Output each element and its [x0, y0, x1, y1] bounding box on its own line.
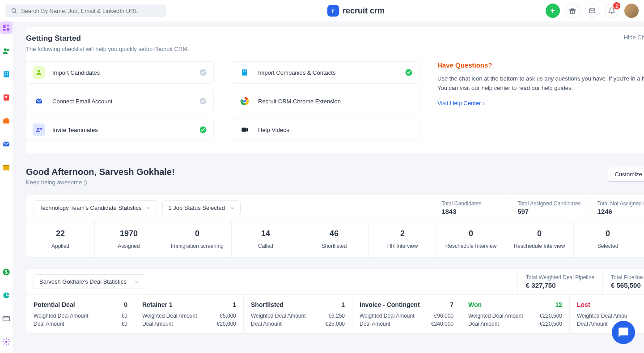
sidebar-reports[interactable]	[0, 289, 13, 302]
gs-item[interactable]: Connect Email Account	[26, 90, 214, 112]
customize-dashboard-button[interactable]: Customize Dashboard	[608, 167, 644, 182]
gs-item-label: Invite Teammates	[52, 127, 192, 133]
svg-rect-7	[7, 25, 9, 26]
svg-rect-40	[246, 71, 246, 72]
topbar-right: + 2	[546, 4, 639, 18]
stage-cell[interactable]: 22Applied	[26, 221, 95, 257]
sidebar: $	[0, 21, 13, 353]
search-input[interactable]	[21, 8, 161, 14]
check-icon	[199, 68, 207, 77]
people-icon	[2, 47, 10, 55]
total-cell: Total Weighted Deal Pipeline€ 327,750	[517, 270, 602, 293]
sidebar-dashboard[interactable]	[0, 21, 13, 34]
svg-rect-45	[242, 128, 246, 132]
gs-subtitle: The following checklist will help you qu…	[26, 46, 189, 52]
total-cell: Total Candidates1843	[433, 196, 509, 220]
calendar-icon	[2, 163, 10, 171]
gs-item[interactable]: Import Companies & Contacts	[232, 61, 419, 84]
svg-rect-8	[7, 28, 9, 31]
logo: r recruit crm	[172, 5, 540, 17]
svg-point-44	[243, 99, 246, 102]
team-selector[interactable]: Technology Team's Candidate Statistics	[34, 200, 157, 215]
sidebar-companies[interactable]	[0, 68, 13, 81]
sidebar-contacts[interactable]	[0, 45, 13, 57]
gs-item-label: Recruit CRM Chrome Extension	[258, 98, 398, 105]
svg-rect-13	[4, 72, 5, 73]
deal-cell[interactable]: Retainer 11Weighted Deal Amount€5,000Dea…	[135, 295, 244, 333]
gs-item[interactable]: Recruit CRM Chrome Extension	[232, 90, 419, 112]
svg-marker-46	[246, 128, 248, 132]
chevron-down-icon	[229, 205, 235, 211]
sidebar-calendar[interactable]	[0, 161, 13, 174]
brand-name: recruit crm	[343, 6, 385, 16]
gs-item-icon	[33, 66, 45, 79]
gs-item[interactable]: Import Candidates	[26, 61, 214, 84]
stage-cell[interactable]: 14Called	[232, 221, 300, 257]
add-button[interactable]: +	[546, 4, 560, 18]
mail-button[interactable]	[585, 4, 599, 18]
deal-cell[interactable]: Invoice - Contingent7Weighted Deal Amoun…	[352, 295, 461, 333]
svg-text:$: $	[5, 269, 8, 275]
deal-selector[interactable]: Sarvesh Gokhale's Deal Statistics	[34, 274, 145, 289]
gs-item-label: Connect Email Account	[52, 98, 192, 105]
help-title: Have Questions?	[437, 61, 644, 69]
gift-icon	[569, 7, 576, 14]
hide-checklist-link[interactable]: Hide Checklist	[624, 34, 644, 52]
svg-point-10	[4, 48, 7, 51]
gs-item-label: Import Candidates	[52, 69, 192, 76]
sidebar-mail[interactable]	[0, 138, 13, 150]
check-icon	[405, 68, 413, 77]
help-link[interactable]: Visit Help Center ›	[437, 100, 484, 106]
search-box[interactable]	[5, 4, 166, 17]
check-icon	[199, 126, 207, 134]
gear-icon	[2, 338, 10, 346]
candidate-stats-panel: Technology Team's Candidate Statistics 1…	[26, 195, 644, 258]
building-icon	[2, 70, 10, 78]
chevron-down-icon	[146, 205, 151, 211]
stage-cell[interactable]: 1970Assigned	[95, 221, 163, 257]
stage-cell[interactable]: 46Shortlisted	[300, 221, 369, 257]
total-cell: Total Not Assigned Candidates1246	[589, 196, 644, 220]
svg-point-11	[7, 49, 9, 51]
getting-started-section: Getting Started The following checklist …	[26, 27, 644, 153]
deal-stats-panel: Sarvesh Gokhale's Deal Statistics Total …	[26, 268, 644, 334]
svg-rect-6	[3, 25, 5, 28]
search-icon	[11, 7, 17, 14]
gs-item[interactable]: Invite Teammates	[26, 119, 214, 141]
sidebar-deals[interactable]: $	[0, 266, 13, 278]
deal-cell[interactable]: Won12Weighted Deal Amount€220,500Deal Am…	[461, 295, 570, 333]
job-status-selector[interactable]: 1 Job Status Selected	[162, 200, 240, 215]
gift-button[interactable]	[565, 4, 580, 18]
svg-point-0	[12, 9, 16, 13]
stage-cell[interactable]: 2HR Interview	[369, 221, 437, 257]
stage-cell[interactable]: 0Selected	[574, 221, 642, 257]
stage-cell[interactable]: 0Reschedule Interview	[437, 221, 505, 257]
pie-icon	[2, 291, 10, 299]
greeting-title: Good Afternoon, Sarvesh Gokhale!	[26, 167, 175, 177]
gs-item[interactable]: Help Videos	[232, 119, 419, 141]
svg-rect-15	[4, 74, 5, 75]
gs-item-icon	[238, 66, 251, 79]
mail-icon	[589, 7, 596, 14]
stage-cell[interactable]: 0Immigration screening	[163, 221, 232, 257]
sidebar-settings[interactable]	[0, 336, 13, 348]
main-content: Getting Started The following checklist …	[13, 21, 644, 353]
envelope-icon	[2, 140, 10, 148]
stage-cell[interactable]: 0Reschedule Interview	[505, 221, 574, 257]
sidebar-jobs[interactable]	[0, 115, 13, 127]
check-icon	[405, 126, 413, 134]
notifications-button[interactable]: 2	[605, 4, 619, 18]
logo-icon: r	[327, 5, 339, 17]
check-icon	[405, 97, 413, 105]
chat-button[interactable]	[612, 321, 635, 344]
deal-cell[interactable]: Shortlisted1Weighted Deal Amount€6,250De…	[244, 295, 352, 333]
total-cell: Total Assigned Candidates597	[509, 196, 589, 220]
deal-cell[interactable]: Potential Deal0Weighted Deal Amount€0Dea…	[26, 295, 135, 333]
check-icon	[199, 97, 207, 105]
avatar[interactable]	[624, 4, 639, 18]
sidebar-billing[interactable]	[0, 312, 13, 325]
svg-rect-39	[243, 71, 244, 72]
sidebar-candidates[interactable]	[0, 91, 13, 104]
person-card-icon	[2, 94, 10, 102]
gs-item-icon	[238, 123, 251, 136]
